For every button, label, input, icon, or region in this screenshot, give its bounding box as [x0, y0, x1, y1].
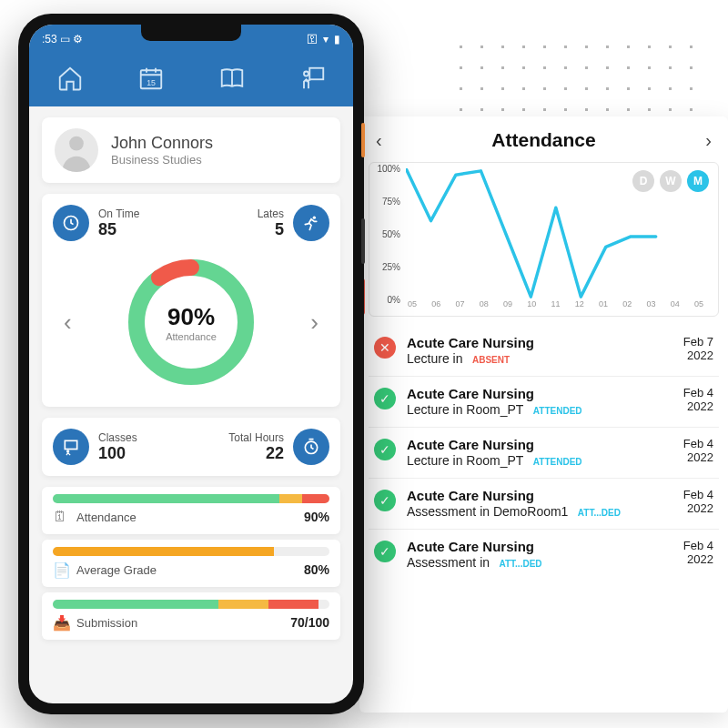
status-badge: ATTENDED [533, 406, 582, 416]
entry-date: Feb 42022 [670, 539, 713, 566]
tablet-title: Attendance [491, 129, 595, 151]
phone: :53 ▭ ⚙ ⚿ ▾ ▮ 15 John Connors Business S… [18, 14, 364, 714]
check-icon: ✓ [374, 541, 396, 562]
power-button [361, 123, 365, 157]
check-icon: ✓ [374, 388, 396, 410]
board-icon [53, 429, 89, 465]
attendance-entry[interactable]: ✕ Acute Care Nursing Lecture in ABSENT F… [369, 326, 719, 377]
nav-home[interactable] [46, 59, 94, 97]
check-icon: ✓ [374, 439, 396, 460]
entry-sub: Lecture in [407, 351, 462, 366]
check-icon: ✓ [374, 490, 396, 511]
entry-sub: Lecture in Room_PT [407, 453, 523, 468]
attendance-card: On Time 85 Lates 5 ‹ [42, 194, 340, 407]
svg-rect-10 [65, 440, 76, 449]
clock-icon [53, 205, 89, 241]
key-icon: ⚿ [307, 33, 318, 46]
attendance-donut: 90% Attendance [123, 254, 259, 390]
line-chart-svg [406, 168, 711, 299]
classes-card: Classes 100 Total Hours 22 [42, 418, 340, 476]
profile-card: John Connors Business Studies [42, 117, 340, 183]
avatar [55, 128, 98, 172]
donut-prev[interactable]: ‹ [56, 301, 79, 344]
attendance-chart: 100% 75% 50% 25% 0% 05060708091011120102… [406, 168, 711, 314]
svg-point-3 [304, 72, 308, 76]
entry-title: Acute Care Nursing [407, 539, 659, 554]
prev-button[interactable]: ‹ [376, 130, 382, 151]
chart-card: D W M 100% 75% 50% 25% 0% 05060708091011… [369, 162, 719, 317]
bar-grade: 📄Average Grade80% [42, 540, 340, 587]
nav-bar: 15 [29, 54, 353, 106]
submission-icon: 📥 [53, 614, 69, 631]
nav-book[interactable] [208, 59, 256, 97]
status-badge: ATT...DED [500, 559, 542, 569]
entry-date: Feb 42022 [670, 488, 713, 515]
entry-sub: Assessment in DemoRoom1 [407, 504, 568, 519]
attendance-entry[interactable]: ✓ Acute Care Nursing Assessment in DemoR… [369, 479, 719, 530]
nav-calendar[interactable]: 15 [127, 59, 175, 97]
battery-icon: ▭ [60, 33, 70, 46]
entry-title: Acute Care Nursing [407, 335, 659, 350]
nav-teacher[interactable] [289, 59, 337, 97]
timer-icon [293, 429, 329, 465]
gear-icon: ⚙ [73, 33, 83, 46]
entry-date: Feb 72022 [670, 335, 713, 362]
profile-name: John Connors [111, 134, 213, 153]
battery-icon: ▮ [334, 33, 340, 46]
volume-button [361, 218, 365, 264]
entry-sub: Assessment in [407, 555, 490, 570]
status-badge: ABSENT [472, 355, 510, 365]
profile-subject: Business Studies [111, 153, 213, 167]
entry-date: Feb 42022 [670, 437, 713, 464]
grade-icon: 📄 [53, 561, 69, 578]
svg-point-6 [313, 217, 316, 219]
svg-rect-2 [309, 68, 323, 80]
attendance-entry[interactable]: ✓ Acute Care Nursing Lecture in Room_PT … [369, 428, 719, 479]
attendance-entry[interactable]: ✓ Acute Care Nursing Lecture in Room_PT … [369, 377, 719, 428]
status-badge: ATTENDED [533, 457, 582, 467]
notch [141, 25, 241, 41]
entry-title: Acute Care Nursing [407, 437, 659, 452]
next-button[interactable]: › [705, 130, 712, 151]
bar-submission: 📥Submission70/100 [42, 592, 340, 640]
entry-date: Feb 42022 [670, 386, 713, 413]
attendance-entry[interactable]: ✓ Acute Care Nursing Assessment in ATT..… [369, 530, 719, 580]
tablet: ‹ Attendance › D W M 100% 75% 50% 25% 0%… [359, 116, 728, 713]
status-badge: ATT...DED [578, 508, 621, 518]
x-icon: ✕ [374, 337, 396, 359]
svg-point-11 [66, 450, 69, 452]
wifi-icon: ▾ [323, 33, 329, 46]
attendance-icon: 🗓 [53, 509, 69, 525]
svg-point-4 [69, 136, 84, 151]
entry-title: Acute Care Nursing [407, 488, 659, 503]
bar-attendance: 🗓Attendance90% [42, 487, 340, 534]
donut-next[interactable]: › [303, 301, 326, 344]
running-icon [293, 205, 329, 241]
entry-sub: Lecture in Room_PT [407, 402, 523, 417]
svg-text:15: 15 [147, 78, 156, 87]
entry-title: Acute Care Nursing [407, 386, 659, 401]
